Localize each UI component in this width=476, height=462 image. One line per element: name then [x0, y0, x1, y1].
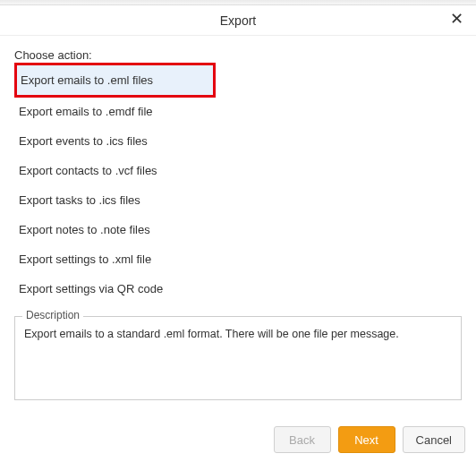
- close-icon: ✕: [450, 10, 463, 28]
- action-item-label: Export tasks to .ics files: [19, 193, 140, 207]
- dialog-body: Choose action: Export emails to .eml fil…: [0, 36, 476, 400]
- action-item[interactable]: Export contacts to .vcf files: [14, 156, 462, 185]
- dialog-footer: Back Next Cancel: [274, 426, 465, 453]
- action-item-label: Export emails to .emdf file: [19, 105, 153, 118]
- cancel-button[interactable]: Cancel: [403, 426, 465, 453]
- next-button[interactable]: Next: [338, 426, 395, 453]
- action-item-label: Export events to .ics files: [19, 134, 148, 148]
- choose-action-label: Choose action:: [14, 48, 462, 62]
- action-item[interactable]: Export settings via QR code: [14, 274, 462, 304]
- action-item-label: Export settings to .xml file: [19, 252, 151, 266]
- action-item[interactable]: Export settings to .xml file: [14, 244, 462, 274]
- action-item-label: Export notes to .note files: [19, 223, 150, 236]
- action-item[interactable]: Export emails to .eml files: [14, 63, 216, 98]
- action-item[interactable]: Export notes to .note files: [14, 215, 462, 244]
- action-item-label: Export contacts to .vcf files: [19, 164, 157, 177]
- back-button[interactable]: Back: [274, 426, 331, 453]
- action-item[interactable]: Export emails to .emdf file: [14, 97, 462, 126]
- description-legend: Description: [22, 309, 83, 321]
- action-item-label: Export settings via QR code: [19, 282, 163, 295]
- description-text: Export emails to a standard .eml format.…: [24, 328, 452, 340]
- action-list: Export emails to .eml filesExport emails…: [14, 63, 462, 304]
- action-item[interactable]: Export tasks to .ics files: [14, 185, 462, 215]
- close-button[interactable]: ✕: [446, 11, 467, 27]
- action-item[interactable]: Export events to .ics files: [14, 126, 462, 156]
- description-group: Description Export emails to a standard …: [14, 316, 462, 400]
- action-item-label: Export emails to .eml files: [21, 73, 153, 87]
- dialog-titlebar: Export ✕: [0, 5, 476, 36]
- dialog-title: Export: [220, 13, 256, 28]
